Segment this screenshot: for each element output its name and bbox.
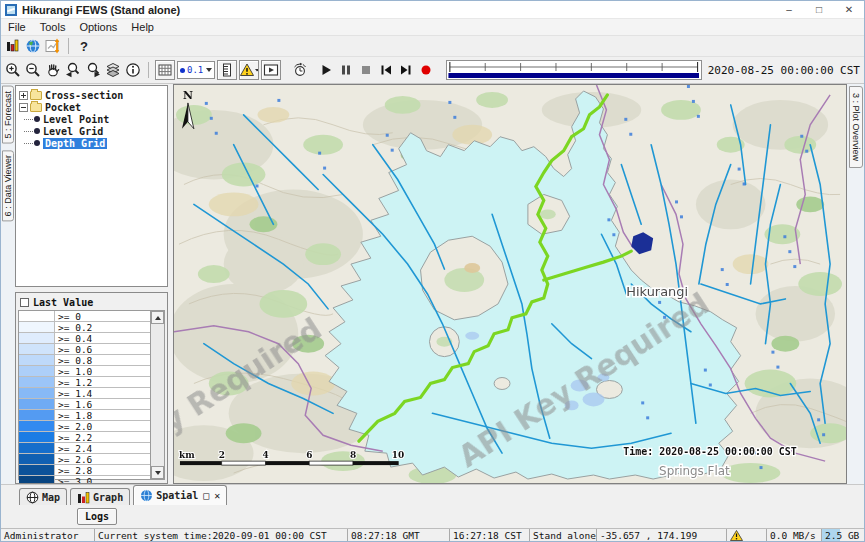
tree-item-level-point[interactable]: Level Point <box>17 113 166 125</box>
stop-button[interactable] <box>356 60 376 80</box>
info-icon[interactable] <box>123 60 143 80</box>
last-value-label: Last Value <box>33 297 93 308</box>
status-gmt-time: 08:27:18 GMT <box>347 529 449 541</box>
globe-icon[interactable] <box>23 36 43 56</box>
legend-row: >= 0 <box>19 311 150 322</box>
right-tab-strip: 3 : Plot Overview <box>847 84 864 484</box>
tree-item-pocket[interactable]: Pocket <box>17 101 166 113</box>
zoom-out-icon[interactable] <box>23 60 43 80</box>
tab-maximize-icon[interactable]: □ <box>203 490 209 501</box>
legend-color-swatch <box>19 388 55 398</box>
legend-row: >= 2.4 <box>19 443 150 454</box>
vertical-scale-button[interactable] <box>217 60 237 80</box>
legend-color-swatch <box>19 454 55 464</box>
close-button[interactable]: ✕ <box>834 1 864 18</box>
status-mode: Stand alone <box>529 529 596 541</box>
application-window: Hikurangi FEWS (Stand alone) – □ ✕ FileT… <box>0 0 865 542</box>
tab-forecast[interactable]: 5 : Forecast <box>2 86 14 144</box>
legend-row-label: >= 0.4 <box>55 333 150 343</box>
logs-button[interactable]: Logs <box>77 508 117 525</box>
legend-row: >= 2.2 <box>19 432 150 443</box>
tab-close-icon[interactable]: ✕ <box>214 490 220 501</box>
svg-text:8: 8 <box>350 450 356 460</box>
status-user: Administrator <box>1 529 94 541</box>
layers-icon[interactable] <box>103 60 123 80</box>
play-button[interactable] <box>316 60 336 80</box>
logs-row: Logs <box>1 505 864 528</box>
contour-interval-dropdown[interactable]: 0.1 <box>177 61 215 79</box>
tree-item-label: Level Point <box>43 114 109 125</box>
legend-row: >= 2.0 <box>19 421 150 432</box>
legend-color-swatch <box>19 399 55 409</box>
pause-button[interactable] <box>336 60 356 80</box>
status-warning[interactable] <box>726 529 766 541</box>
animation-window-button[interactable] <box>261 60 281 80</box>
thresholds-warning-button[interactable] <box>239 60 259 80</box>
legend-scrollbar[interactable] <box>150 311 164 479</box>
menu-bar: FileToolsOptionsHelp <box>1 19 864 36</box>
tree-item-label-selected: Depth Grid <box>43 138 107 149</box>
zoom-previous-icon[interactable] <box>63 60 83 80</box>
zoom-next-icon[interactable] <box>83 60 103 80</box>
minimize-button[interactable]: – <box>774 1 804 18</box>
legend-color-swatch <box>19 421 55 431</box>
status-memory: 2.5 GB <box>821 529 865 541</box>
legend-row: >= 0.4 <box>19 333 150 344</box>
menu-item[interactable]: File <box>1 20 33 34</box>
tree-item-label: Pocket <box>45 102 81 113</box>
scale-bar-segments <box>180 461 399 465</box>
pan-hand-icon[interactable] <box>43 60 63 80</box>
tab-map-label: Map <box>42 492 60 503</box>
menu-item[interactable]: Tools <box>33 20 73 34</box>
legend-rows: >= 0 >= 0.2 >= 0.4 <box>19 311 150 479</box>
status-system-time: Current system time:2020-09-01 00:00 CST <box>94 529 347 541</box>
time-slider[interactable] <box>446 60 701 80</box>
tree-item-cross-section[interactable]: Cross-section <box>17 89 166 101</box>
tab-data-viewer[interactable]: 6 : Data Viewer <box>2 150 14 221</box>
maximize-button[interactable]: □ <box>804 1 834 18</box>
tree-item-depth-grid[interactable]: Depth Grid <box>17 137 166 149</box>
tree-line <box>24 131 33 132</box>
last-value-checkbox[interactable] <box>20 298 29 307</box>
title-bar: Hikurangi FEWS (Stand alone) – □ ✕ <box>1 1 864 19</box>
legend-color-swatch <box>19 377 55 387</box>
wire-globe-icon <box>26 491 39 504</box>
tree-item-level-grid[interactable]: Level Grid <box>17 125 166 137</box>
tree-item-label: Level Grid <box>43 126 103 137</box>
legend-color-swatch <box>19 311 55 321</box>
legend-color-swatch <box>19 355 55 365</box>
map-canvas[interactable]: API Key Required API Key Required N Hiku… <box>173 84 847 484</box>
menu-item[interactable]: Options <box>72 20 124 34</box>
grid-display-button[interactable] <box>155 60 175 80</box>
legend-row-label: >= 2.8 <box>55 465 150 475</box>
tab-graph[interactable]: Graph <box>70 488 130 505</box>
tab-spatial-label: Spatial <box>156 490 198 501</box>
collapse-icon[interactable] <box>19 103 28 112</box>
layer-tree: Cross-section Pocket Level Point Level G… <box>15 85 168 287</box>
tab-map[interactable]: Map <box>19 488 67 505</box>
tree-line <box>24 143 33 144</box>
tab-plot-overview[interactable]: 3 : Plot Overview <box>849 86 863 168</box>
contour-interval-value: 0.1 <box>187 65 203 75</box>
legend-color-swatch <box>19 476 55 484</box>
record-button[interactable] <box>416 60 436 80</box>
help-button[interactable]: ? <box>74 36 94 56</box>
animation-settings-icon[interactable] <box>290 60 310 80</box>
menu-item[interactable]: Help <box>124 20 161 34</box>
window-title: Hikurangi FEWS (Stand alone) <box>22 4 180 16</box>
warning-icon <box>730 530 743 541</box>
zoom-in-icon[interactable] <box>3 60 23 80</box>
expand-icon[interactable] <box>19 91 28 100</box>
scroll-up-icon[interactable] <box>151 311 164 324</box>
tab-spatial[interactable]: Spatial □ ✕ <box>133 485 227 505</box>
step-back-button[interactable] <box>376 60 396 80</box>
legend-row-label: >= 1.4 <box>55 388 150 398</box>
explorer-chart-icon[interactable] <box>3 36 23 56</box>
layer-bullet-icon <box>34 116 40 122</box>
legend-color-swatch <box>19 443 55 453</box>
timeseries-dialog-icon[interactable] <box>43 36 63 56</box>
step-forward-button[interactable] <box>396 60 416 80</box>
legend-color-swatch <box>19 344 55 354</box>
legend-row-label: >= 1.2 <box>55 377 150 387</box>
scroll-down-icon[interactable] <box>151 466 164 479</box>
